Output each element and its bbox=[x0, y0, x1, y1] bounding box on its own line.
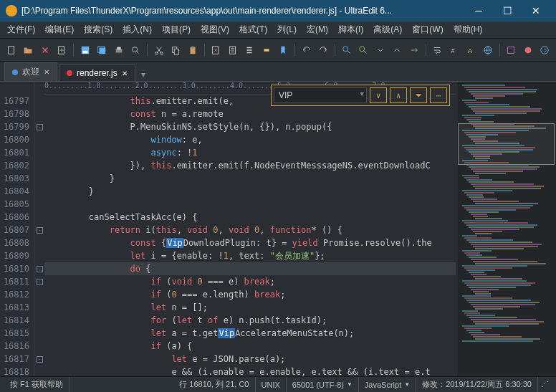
tag-a-icon[interactable]: A bbox=[464, 42, 479, 58]
redo-icon[interactable] bbox=[317, 42, 331, 58]
tab[interactable]: renderer.js✕ bbox=[59, 64, 135, 81]
menu-item[interactable]: 窗口(W) bbox=[408, 22, 447, 37]
goto-icon[interactable] bbox=[407, 42, 421, 58]
tab-dot-icon bbox=[12, 70, 18, 75]
find-next-button[interactable]: ∨ bbox=[370, 87, 387, 103]
file-action-icon[interactable] bbox=[55, 42, 70, 58]
close-file-icon[interactable] bbox=[38, 42, 52, 58]
svg-point-18 bbox=[343, 46, 348, 51]
cut-icon[interactable] bbox=[152, 42, 166, 58]
find-more-button[interactable]: ⋯ bbox=[430, 87, 447, 103]
toolbar: # A ? bbox=[0, 39, 556, 62]
minimize-button[interactable]: ─ bbox=[464, 1, 493, 21]
menu-item[interactable]: 插入(N) bbox=[118, 22, 156, 37]
new-file-icon[interactable] bbox=[4, 42, 19, 58]
menu-item[interactable]: 项目(P) bbox=[158, 22, 195, 37]
delete-icon[interactable] bbox=[209, 42, 224, 58]
menu-item[interactable]: 帮助(H) bbox=[449, 22, 487, 37]
svg-rect-14 bbox=[191, 46, 194, 48]
find-next-icon[interactable] bbox=[373, 42, 388, 58]
save-all-icon[interactable] bbox=[95, 42, 110, 58]
undo-icon[interactable] bbox=[299, 42, 314, 58]
tab-close-icon[interactable]: ✕ bbox=[44, 68, 49, 76]
menu-item[interactable]: 视图(V) bbox=[196, 22, 234, 37]
print-icon[interactable] bbox=[112, 42, 126, 58]
svg-rect-0 bbox=[8, 46, 14, 54]
app-icon bbox=[6, 5, 17, 16]
code-editor[interactable]: 0.........1.0........2.0........3.0.....… bbox=[44, 82, 456, 376]
paste-icon[interactable] bbox=[186, 42, 200, 58]
replace-icon[interactable] bbox=[357, 42, 371, 58]
svg-point-8 bbox=[133, 47, 138, 52]
status-grip-icon[interactable]: ⋰ bbox=[538, 377, 552, 392]
highlight-icon[interactable] bbox=[259, 42, 274, 58]
menu-item[interactable]: 编辑(E) bbox=[41, 22, 78, 37]
svg-rect-3 bbox=[82, 50, 87, 53]
tab-dot-icon bbox=[67, 70, 72, 76]
svg-text:?: ? bbox=[544, 47, 547, 54]
find-bar: ▼ ∨ ∧ ⏷ ⋯ bbox=[271, 85, 450, 106]
status-eol[interactable]: UNIX bbox=[256, 377, 287, 392]
help-icon[interactable]: ? bbox=[538, 42, 552, 58]
svg-rect-23 bbox=[508, 47, 514, 53]
fold-gutter[interactable]: ----- bbox=[34, 82, 44, 376]
open-file-icon[interactable] bbox=[21, 42, 36, 58]
menubar: 文件(F)编辑(E)搜索(S)插入(N)项目(P)视图(V)格式(T)列(L)宏… bbox=[0, 21, 556, 39]
tool-icon-2[interactable] bbox=[521, 42, 535, 58]
status-encoding[interactable]: 65001 (UTF-8)▼ bbox=[287, 377, 359, 392]
svg-point-19 bbox=[360, 46, 365, 51]
find-icon[interactable] bbox=[340, 42, 354, 58]
svg-point-24 bbox=[525, 47, 532, 53]
find-input[interactable] bbox=[274, 87, 367, 103]
tab[interactable]: 欢迎✕ bbox=[4, 62, 57, 81]
close-button[interactable]: ✕ bbox=[522, 1, 550, 21]
tab-label: 欢迎 bbox=[22, 66, 39, 78]
find-prev-button[interactable]: ∧ bbox=[390, 87, 407, 103]
status-modified: 修改：2019/11/22/周五 6:30:30 bbox=[416, 377, 538, 392]
tabbar: 欢迎✕renderer.js✕▾ bbox=[0, 62, 556, 82]
svg-text:A: A bbox=[468, 46, 473, 54]
save-icon[interactable] bbox=[78, 42, 92, 58]
status-help: 按 F1 获取帮助 bbox=[4, 377, 70, 392]
window-title: [D:\Program Files\ThunderX\Program\resou… bbox=[21, 6, 464, 16]
copy-icon[interactable] bbox=[169, 42, 183, 58]
menu-item[interactable]: 搜索(S) bbox=[80, 22, 117, 37]
status-language[interactable]: JavaScript▼ bbox=[359, 377, 416, 392]
file-list-icon[interactable] bbox=[226, 42, 240, 58]
menu-item[interactable]: 高级(A) bbox=[369, 22, 406, 37]
tab-close-icon[interactable]: ✕ bbox=[122, 70, 128, 77]
statusbar: 按 F1 获取帮助 行 16810, 列 21, C0 UNIX 65001 (… bbox=[0, 376, 556, 392]
menu-item[interactable]: 文件(F) bbox=[3, 22, 39, 37]
menu-item[interactable]: 宏(M) bbox=[302, 22, 332, 37]
titlebar: [D:\Program Files\ThunderX\Program\resou… bbox=[0, 0, 556, 21]
minimap[interactable] bbox=[456, 82, 556, 376]
svg-text:#: # bbox=[451, 47, 454, 54]
tab-label: renderer.js bbox=[77, 68, 118, 78]
tab-add-button[interactable]: ▾ bbox=[137, 68, 150, 81]
tool-icon-1[interactable] bbox=[504, 42, 519, 58]
menu-item[interactable]: 格式(T) bbox=[235, 22, 272, 37]
maximize-button[interactable]: ☐ bbox=[493, 1, 522, 21]
status-position: 行 16810, 列 21, C0 bbox=[173, 377, 255, 392]
svg-rect-12 bbox=[175, 49, 179, 54]
svg-rect-7 bbox=[117, 47, 120, 49]
wrap-icon[interactable] bbox=[431, 42, 445, 58]
svg-rect-17 bbox=[264, 49, 269, 52]
find-prev-icon[interactable] bbox=[390, 42, 405, 58]
line-numbers-icon[interactable]: # bbox=[447, 42, 461, 58]
dropdown-icon[interactable]: ▼ bbox=[360, 90, 364, 97]
find-filter-button[interactable]: ⏷ bbox=[410, 87, 427, 103]
menu-item[interactable]: 列(L) bbox=[273, 22, 301, 37]
print-preview-icon[interactable] bbox=[129, 42, 143, 58]
browser-icon[interactable] bbox=[481, 42, 495, 58]
minimap-viewport[interactable] bbox=[458, 123, 555, 165]
bookmark-icon[interactable] bbox=[277, 42, 291, 58]
menu-item[interactable]: 脚本(I) bbox=[334, 22, 368, 37]
line-number-gutter: 1679716798167991680016801168021680316804… bbox=[0, 82, 34, 376]
list-icon[interactable] bbox=[243, 42, 257, 58]
